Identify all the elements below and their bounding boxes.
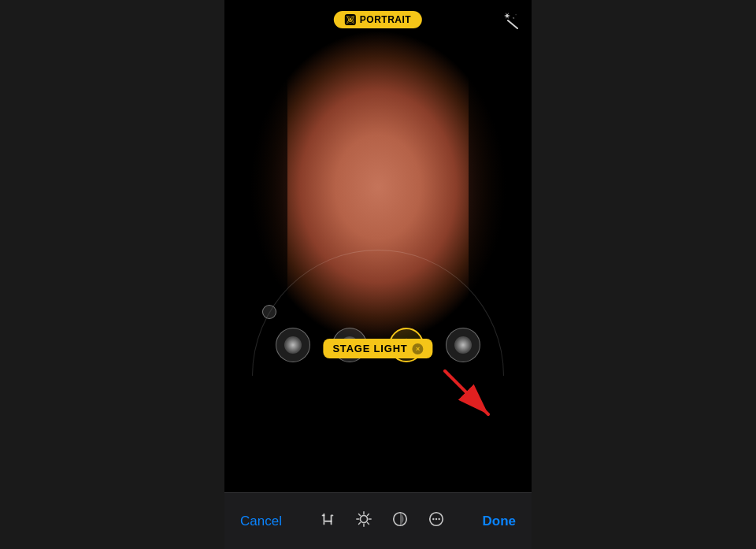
crop-button[interactable] — [319, 510, 336, 532]
svg-point-13 — [432, 518, 434, 520]
stage-light-label: STAGE LIGHT — [332, 343, 407, 354]
svg-line-2 — [508, 20, 517, 28]
lighting-option-contour[interactable] — [446, 328, 480, 362]
stage-light-tooltip[interactable]: STAGE LIGHT × — [323, 339, 432, 358]
portrait-badge-label: PORTRAIT — [360, 14, 411, 25]
more-button[interactable] — [428, 510, 445, 532]
portrait-badge[interactable]: PORTRAIT — [334, 11, 422, 28]
svg-point-10 — [361, 515, 368, 522]
photo-area: PORTRAIT STAGE LIGHT × — [224, 0, 532, 492]
toolbar-icons-group — [319, 510, 445, 532]
natural-light-icon — [284, 336, 302, 354]
bottom-toolbar: Cancel — [224, 492, 532, 549]
cancel-button[interactable]: Cancel — [240, 514, 282, 529]
svg-point-1 — [349, 18, 352, 21]
red-arrow-indicator — [437, 363, 500, 429]
done-button[interactable]: Done — [482, 514, 516, 529]
adjust-button[interactable] — [355, 510, 372, 532]
lighting-option-natural[interactable] — [276, 328, 310, 362]
arc-dot-indicator — [262, 305, 276, 319]
svg-line-9 — [445, 371, 488, 414]
filter-button[interactable] — [391, 510, 409, 532]
svg-point-15 — [439, 518, 440, 520]
svg-point-14 — [435, 518, 437, 520]
contour-light-icon — [454, 336, 472, 354]
stage-light-close-button[interactable]: × — [413, 343, 424, 354]
svg-rect-0 — [347, 17, 354, 24]
phone-screen: PORTRAIT STAGE LIGHT × — [224, 0, 532, 549]
dark-vignette-left — [224, 0, 287, 492]
magic-wand-button[interactable] — [500, 11, 519, 35]
portrait-badge-icon — [345, 14, 356, 25]
